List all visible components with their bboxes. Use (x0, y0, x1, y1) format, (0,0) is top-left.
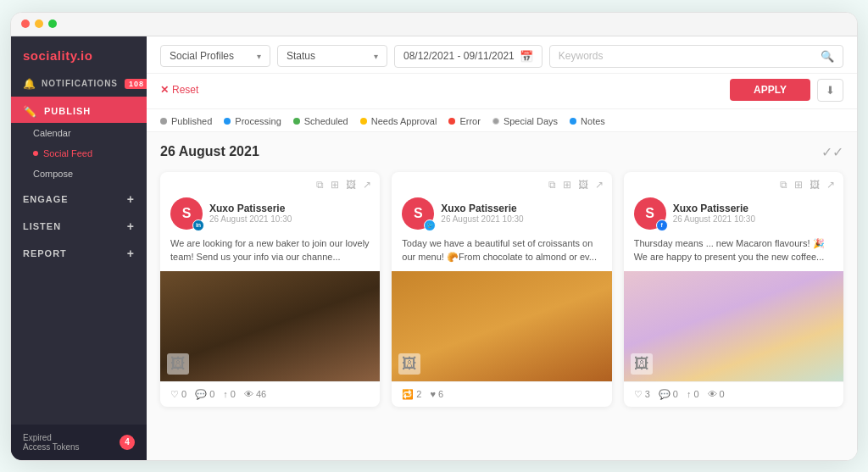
export-button[interactable]: ⬇ (817, 79, 843, 102)
account-name: Xuxo Patisserie (209, 203, 370, 214)
legend-bar: Published Processing Scheduled Needs App… (147, 109, 857, 132)
legend-item-processing: Processing (224, 116, 281, 126)
account-name: Xuxo Patisserie (441, 203, 601, 214)
card-footer: ♡ 3 💬 0 ↑ 0 � (624, 381, 843, 407)
likes-stat: ♡ 3 (634, 389, 650, 400)
card-toolbar: ⧉ ⊞ 🖼 ↗ (624, 172, 843, 194)
image-icon[interactable]: 🖼 (578, 179, 588, 191)
views-stat: 👁 0 (708, 389, 725, 399)
bell-icon: 🔔 (23, 78, 36, 90)
share-icon[interactable]: ↗ (595, 179, 604, 191)
post-card: ⧉ ⊞ 🖼 ↗ S 🐦 Xuxo Patisserie (392, 172, 611, 407)
main-content: Social Profiles ▾ Status ▾ 08/12/2021 - … (147, 36, 857, 460)
app-logo: sociality.io (11, 36, 147, 71)
copy-icon[interactable]: ⧉ (548, 179, 556, 191)
needs-approval-dot (360, 118, 367, 125)
grid-icon[interactable]: ⊞ (794, 179, 803, 191)
filter-actions: ✕ Reset APPLY ⬇ (147, 74, 857, 109)
keywords-input[interactable]: Keywords 🔍 (549, 45, 843, 68)
post-text: We are looking for a new baker to join o… (160, 236, 380, 271)
engage-section[interactable]: ENGAGE + (11, 184, 147, 211)
comments-stat: 💬 0 (195, 389, 214, 400)
card-toolbar: ⧉ ⊞ 🖼 ↗ (160, 172, 380, 194)
chevron-down-icon: ▾ (374, 52, 378, 61)
sidebar-item-social-feed[interactable]: Social Feed (11, 143, 147, 164)
eye-icon: 👁 (708, 389, 717, 399)
legend-item-error: Error (448, 116, 480, 126)
report-section[interactable]: REPORT + (11, 238, 147, 265)
share-stat-icon: ↑ (223, 389, 228, 399)
card-header: S f Xuxo Patisserie 26 August 2021 10:30 (624, 194, 843, 236)
likes-stat: ♥ 6 (430, 389, 443, 399)
share-icon[interactable]: ↗ (363, 179, 371, 191)
date-heading-row: 26 August 2021 ✓✓ (160, 144, 843, 160)
linkedin-badge: in (192, 219, 204, 231)
share-icon[interactable]: ↗ (826, 179, 835, 191)
share-stat-icon: ↑ (687, 389, 692, 399)
sidebar-item-compose[interactable]: Compose (11, 164, 147, 184)
copy-icon[interactable]: ⧉ (780, 179, 787, 191)
facebook-badge: f (656, 219, 668, 231)
status-select[interactable]: Status ▾ (277, 45, 387, 67)
legend-item-special-days: Xuxo Patisserie Special Days (492, 116, 558, 126)
post-image: 🖼 (392, 271, 611, 381)
image-placeholder-icon: 🖼 (631, 353, 653, 375)
listen-plus-icon: + (127, 219, 135, 233)
avatar: S in (170, 197, 203, 230)
date-range-input[interactable]: 08/12/2021 - 09/11/2021 📅 (394, 45, 542, 68)
card-footer: 🔁 2 ♥ 6 (392, 381, 611, 407)
close-dot[interactable] (21, 19, 30, 28)
special-days-dot (492, 118, 499, 125)
image-icon[interactable]: 🖼 (810, 179, 820, 191)
reset-button[interactable]: ✕ Reset (160, 84, 198, 96)
retweet-stat: 🔁 2 (402, 389, 421, 400)
image-placeholder-icon: 🖼 (167, 353, 189, 375)
post-date: 26 August 2021 10:30 (441, 214, 601, 224)
copy-icon[interactable]: ⧉ (316, 179, 324, 191)
app-body: sociality.io 🔔 NOTIFICATIONS 108 ✏️ PUBL… (11, 36, 857, 460)
comments-stat: 💬 0 (659, 389, 678, 400)
shares-stat: ↑ 0 (687, 389, 699, 399)
image-icon[interactable]: 🖼 (346, 179, 356, 191)
eye-icon: 👁 (244, 389, 253, 399)
post-text: Today we have a beautiful set of croissa… (392, 236, 611, 271)
heart-icon: ♡ (170, 389, 179, 400)
double-check-icon: ✓✓ (821, 144, 843, 160)
maximize-dot[interactable] (48, 19, 57, 28)
apply-button[interactable]: APPLY (730, 79, 810, 101)
date-heading: 26 August 2021 (160, 144, 259, 159)
legend-item-needs-approval: Needs Approval (360, 116, 437, 126)
search-icon: 🔍 (821, 50, 834, 63)
expired-tokens-label: Expired Access Tokens (23, 433, 80, 452)
card-toolbar: ⧉ ⊞ 🖼 ↗ (392, 172, 611, 194)
minimize-dot[interactable] (35, 19, 43, 28)
post-date: 26 August 2021 10:30 (209, 214, 370, 224)
card-footer: ♡ 0 💬 0 ↑ 0 � (160, 381, 380, 407)
engage-plus-icon: + (127, 192, 135, 206)
titlebar (11, 13, 857, 36)
avatar: S 🐦 (402, 197, 434, 230)
views-stat: 👁 46 (244, 389, 266, 399)
listen-section[interactable]: LISTEN + (11, 211, 147, 238)
processing-dot (224, 118, 231, 125)
comment-icon: 💬 (195, 389, 207, 400)
publish-section[interactable]: ✏️ PUBLISH (11, 97, 147, 123)
likes-stat: ♡ 0 (170, 389, 186, 400)
report-plus-icon: + (127, 247, 135, 260)
expired-badge: 4 (120, 435, 135, 450)
grid-icon[interactable]: ⊞ (563, 179, 571, 191)
post-text: Thursday means ... new Macaron flavours!… (624, 236, 843, 271)
card-meta: Xuxo Patisserie 26 August 2021 10:30 (673, 203, 833, 224)
heart-icon: ♥ (430, 389, 436, 399)
sidebar-bottom: Expired Access Tokens 4 (11, 425, 147, 460)
grid-icon[interactable]: ⊞ (331, 179, 339, 191)
card-meta: Xuxo Patisserie 26 August 2021 10:30 (441, 203, 601, 224)
card-header: S 🐦 Xuxo Patisserie 26 August 2021 10:30 (392, 194, 611, 236)
active-dot (33, 151, 38, 156)
post-date: 26 August 2021 10:30 (673, 214, 833, 224)
social-profiles-select[interactable]: Social Profiles ▾ (160, 45, 270, 67)
post-card: ⧉ ⊞ 🖼 ↗ S f Xuxo Patisserie (624, 172, 843, 407)
sidebar-item-calendar[interactable]: Calendar (11, 123, 147, 143)
notifications-button[interactable]: 🔔 NOTIFICATIONS 108 (11, 71, 147, 97)
notifications-badge: 108 (125, 79, 148, 89)
